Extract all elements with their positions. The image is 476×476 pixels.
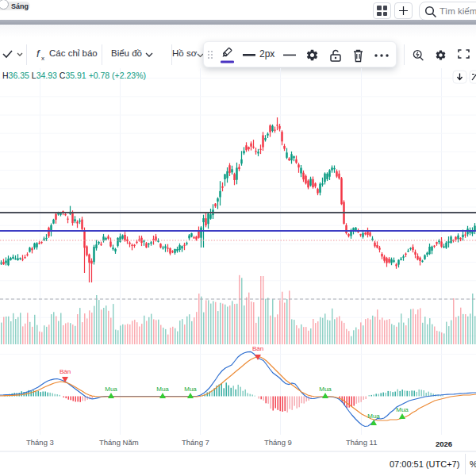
svg-text:%: % [470,459,476,469]
svg-text:x: x [41,55,44,61]
svg-text:Tháng 9: Tháng 9 [264,438,292,447]
svg-text:Tháng 7: Tháng 7 [182,438,209,447]
svg-text:07:00:51 (UTC+7): 07:00:51 (UTC+7) [390,459,459,469]
svg-text:Mua: Mua [396,406,409,413]
svg-text:Tháng Năm: Tháng Năm [99,438,139,447]
svg-text:Mua: Mua [184,386,197,393]
svg-text:Mua: Mua [319,386,332,393]
svg-text:Tháng 11: Tháng 11 [346,438,377,447]
svg-text:Mua: Mua [105,386,117,393]
svg-text:Tháng 3: Tháng 3 [26,438,54,447]
svg-text:Mua: Mua [156,386,169,393]
svg-text:Mua: Mua [367,413,380,420]
svg-text:H36.35 L34.93 C35.91 +0.78 (+2: H36.35 L34.93 C35.91 +0.78 (+2.23%) [2,71,146,80]
svg-text:Bán: Bán [252,345,263,352]
svg-text:2026: 2026 [436,440,452,448]
svg-text:Bán: Bán [60,368,71,375]
svg-text:f: f [36,48,40,60]
